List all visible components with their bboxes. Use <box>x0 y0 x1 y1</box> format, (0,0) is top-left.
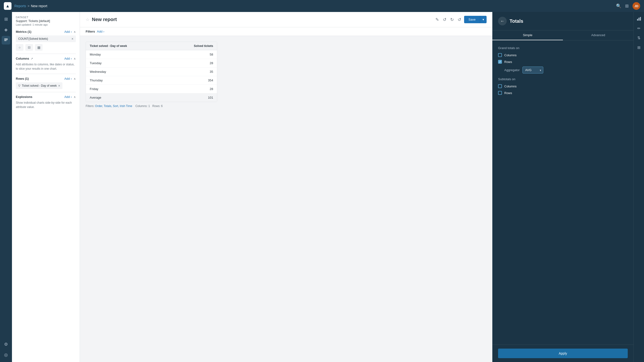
left-sidebar: ⊞ ◈ ⚙ ◎ <box>0 12 12 362</box>
subtotals-columns-row: Columns <box>498 84 628 88</box>
grand-columns-checkbox[interactable] <box>498 53 502 57</box>
cell-count: 28 <box>168 85 217 93</box>
dataset-label: Dataset <box>16 16 76 19</box>
far-right-panel: ✏ ⇅ ⊞ <box>634 12 644 362</box>
redo-button[interactable]: ↻ <box>449 16 455 23</box>
main-layout: Dataset Support: Tickets [default] Last … <box>12 12 644 362</box>
columns-add[interactable]: Add › <box>64 57 72 60</box>
panel-table-icon[interactable]: ⊞ <box>635 44 643 51</box>
top-nav: ▲ Reports > New report 🔍 ⊞ JD <box>0 0 644 12</box>
panel-chart-icon[interactable] <box>635 15 643 23</box>
edit-button[interactable]: ✎ <box>434 16 440 23</box>
refresh-button[interactable]: ↺ <box>457 16 462 23</box>
left-panel: Dataset Support: Tickets [default] Last … <box>12 12 80 362</box>
metric-remove[interactable]: × <box>72 37 74 41</box>
sidebar-item-reports[interactable] <box>2 36 10 45</box>
report-actions: ✎ ↺ ↻ ↺ Save ▾ <box>434 16 486 23</box>
dataset-info: Dataset Support: Tickets [default] Last … <box>16 16 76 26</box>
footer-filter-totals[interactable]: Totals, <box>104 104 112 108</box>
col-header-day: Ticket solved - Day of week <box>86 42 168 50</box>
metric-chip: COUNT(Solved tickets) × <box>16 36 76 42</box>
row-chip-remove[interactable]: × <box>58 84 60 88</box>
control-circle[interactable]: ○ <box>16 44 24 51</box>
totals-tabs: Simple Advanced <box>492 31 634 41</box>
rows-section-header[interactable]: Rows (1) Add › ∧ <box>16 77 76 81</box>
totals-title: Totals <box>510 19 523 24</box>
svg-rect-2 <box>640 17 641 21</box>
table-row: Monday58 <box>86 50 217 59</box>
explosions-title: Explosions <box>16 95 32 99</box>
cell-count: 35 <box>168 68 217 76</box>
columns-section-header[interactable]: Columns ↗ Add › ∧ <box>16 57 76 60</box>
control-table[interactable]: ⊟ <box>25 44 33 51</box>
table-row: Friday28 <box>86 85 217 93</box>
grand-rows-checkbox[interactable] <box>498 60 502 64</box>
footer-filter-order[interactable]: Order, <box>95 104 103 108</box>
back-button[interactable]: ← <box>498 17 507 25</box>
breadcrumb-parent[interactable]: Reports <box>14 4 26 8</box>
subtotals-rows-row: Rows <box>498 91 628 95</box>
average-value: 101 <box>168 93 217 102</box>
explosions-section-header[interactable]: Explosions Add › ∧ <box>16 95 76 99</box>
breadcrumb-separator: > <box>28 4 30 8</box>
subtotals-columns-checkbox[interactable] <box>498 84 502 88</box>
explosions-hint: Show individual charts side-by-side for … <box>16 101 76 109</box>
report-table: Ticket solved - Day of week Solved ticke… <box>86 42 217 102</box>
footer-filter-irishtime[interactable]: Irish Time <box>120 104 132 108</box>
explosions-add[interactable]: Add › <box>64 95 72 99</box>
tab-simple[interactable]: Simple <box>492 31 563 40</box>
rows-add[interactable]: Add › <box>64 77 72 81</box>
table-row: Wednesday35 <box>86 68 217 76</box>
average-label: Average <box>86 93 168 102</box>
cell-day: Tuesday <box>86 59 168 68</box>
row-chip: ▽ Ticket solved - Day of week × <box>16 82 62 89</box>
report-title: New report <box>92 17 117 22</box>
apps-icon[interactable]: ⊞ <box>625 3 629 9</box>
cell-day: Friday <box>86 85 168 93</box>
search-icon[interactable]: 🔍 <box>616 3 621 9</box>
footer-rows: Rows: 6 <box>152 104 163 108</box>
avatar[interactable]: JD <box>632 2 640 10</box>
metrics-title: Metrics (1) <box>16 30 31 34</box>
totals-panel: ← Totals Simple Advanced Grand totals on… <box>492 12 634 362</box>
tab-advanced[interactable]: Advanced <box>563 31 634 40</box>
grand-rows-row: Rows <box>498 60 628 64</box>
footer-columns: Columns: 1 <box>136 104 150 108</box>
panel-sort-icon[interactable]: ⇅ <box>635 34 643 42</box>
sidebar-item-dashboard[interactable]: ⊞ <box>2 15 10 24</box>
col-header-count: Solved tickets <box>168 42 217 50</box>
save-btn-group: Save ▾ <box>464 16 486 23</box>
back-icon: ← <box>500 19 504 24</box>
apply-button[interactable]: Apply <box>498 348 628 358</box>
sidebar-item-support[interactable]: ◎ <box>2 350 10 359</box>
cell-count: 354 <box>168 76 217 85</box>
grand-totals-label: Grand totals on <box>498 46 628 50</box>
metrics-section-header[interactable]: Metrics (1) Add › ∧ <box>16 30 76 34</box>
undo-button[interactable]: ↺ <box>442 16 447 23</box>
totals-body: Grand totals on Columns Rows Aggregator … <box>492 41 634 344</box>
logo[interactable]: ▲ <box>4 2 12 10</box>
aggregator-select[interactable]: AVG SUM MIN MAX COUNT <box>522 67 543 74</box>
metrics-add[interactable]: Add › <box>64 30 72 34</box>
cell-day: Monday <box>86 50 168 59</box>
control-grid[interactable]: ▦ <box>35 44 42 51</box>
breadcrumb-current: New report <box>31 4 47 8</box>
row-chip-label: Ticket solved - Day of week <box>22 84 57 87</box>
footer-filter-sort[interactable]: Sort, <box>113 104 119 108</box>
filters-label: Filters <box>86 30 95 33</box>
subtotals-columns-label: Columns <box>504 85 516 88</box>
aggregator-row: Aggregator AVG SUM MIN MAX COUNT <box>504 67 628 74</box>
aggregator-label: Aggregator <box>504 68 520 72</box>
table-area: Ticket solved - Day of week Solved ticke… <box>80 36 492 116</box>
sidebar-item-explore[interactable]: ◈ <box>2 25 10 34</box>
cell-day: Thursday <box>86 76 168 85</box>
save-arrow-button[interactable]: ▾ <box>480 16 486 23</box>
save-button[interactable]: Save <box>464 16 480 23</box>
filters-add[interactable]: Add › <box>97 30 104 33</box>
subtotals-rows-checkbox[interactable] <box>498 91 502 95</box>
table-row: Thursday354 <box>86 76 217 85</box>
panel-edit-icon[interactable]: ✏ <box>635 25 643 32</box>
svg-rect-0 <box>637 19 638 21</box>
sidebar-item-settings[interactable]: ⚙ <box>2 340 10 348</box>
star-icon[interactable]: ☆ <box>86 17 90 22</box>
